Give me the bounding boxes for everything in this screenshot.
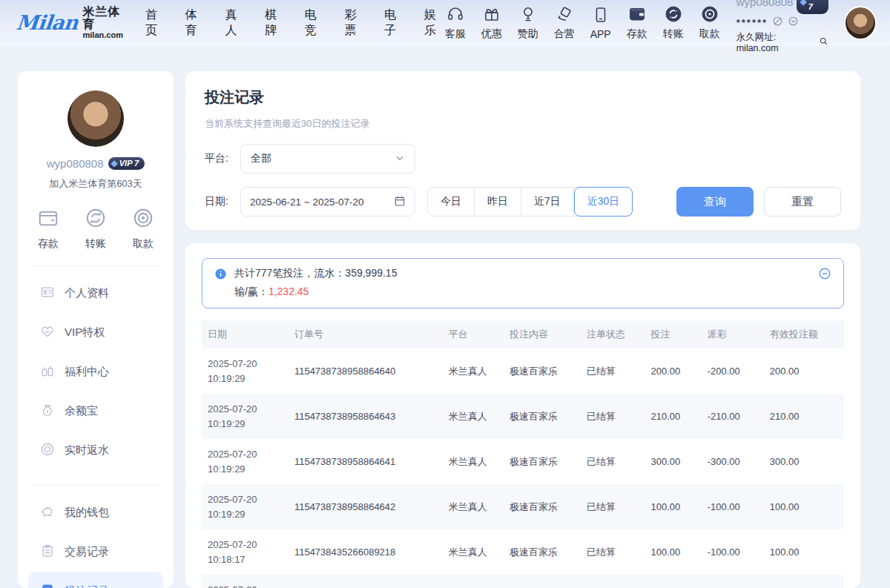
service-button[interactable]: 客服 <box>443 5 468 41</box>
filter-panel: 投注记录 当前系统支持查询最近30日的投注记录 平台: 全部 日期: 2025-… <box>185 71 860 230</box>
platform-value: 全部 <box>251 152 271 165</box>
transfer-button[interactable]: 转账 <box>661 5 686 41</box>
clipboard-icon <box>40 544 55 561</box>
col-platform: 平台 <box>443 320 504 348</box>
sidebar: wyp080808 ◆VIP 7 加入米兰体育第603天 存款 转账 取款 个人… <box>18 71 174 588</box>
table-row: 2025-07-2010:19:29 1154738738958864641米兰… <box>202 439 844 484</box>
results-panel: 共计777笔投注，流水：359,999.15 输/赢：1,232.45 日期 订… <box>185 243 860 588</box>
sidebar-item-rebate[interactable]: 实时返水 <box>28 431 163 470</box>
main-nav: 首页 体育 真人 棋牌 电竞 彩票 电子 娱乐 <box>145 7 443 39</box>
sidebar-vip-badge: ◆VIP 7 <box>108 157 145 170</box>
summary-winloss-label: 输/赢： <box>234 285 268 297</box>
money-bag-icon <box>40 403 55 420</box>
summary-banner: 共计777笔投注，流水：359,999.15 输/赢：1,232.45 <box>202 258 844 308</box>
sidebar-divider <box>31 265 160 266</box>
sponsor-button[interactable]: 赞助 <box>515 5 541 41</box>
nav-home[interactable]: 首页 <box>145 7 164 39</box>
summary-turnover-value: 359,999.15 <box>345 267 397 279</box>
wallet-outline-icon <box>37 207 59 231</box>
col-order: 订单号 <box>289 320 443 348</box>
preset-today[interactable]: 今日 <box>428 188 475 216</box>
transfer-outline-icon <box>85 207 107 231</box>
sidebar-item-welfare[interactable]: 福利中心 <box>28 352 163 392</box>
heart-gem-icon <box>40 324 55 341</box>
col-bet: 投注 <box>645 320 702 348</box>
date-label: 日期: <box>205 195 240 208</box>
chevron-circle-icon[interactable] <box>788 16 799 30</box>
partner-button[interactable]: 合营 <box>552 5 577 41</box>
sidebar-item-transactions[interactable]: 交易记录 <box>28 532 163 572</box>
platform-select[interactable]: 全部 <box>240 144 415 174</box>
page-subtitle: 当前系统支持查询最近30日的投注记录 <box>205 117 841 131</box>
col-content: 投注内容 <box>504 320 581 348</box>
sidebar-withdraw-action[interactable]: 取款 <box>132 207 154 251</box>
transfer-dark-icon <box>665 5 682 25</box>
query-button[interactable]: 查询 <box>676 187 754 217</box>
vip-gem-icon: ◆ <box>800 0 806 7</box>
bet-records-table: 日期 订单号 平台 投注内容 注单状态 投注 派彩 有效投注额 2025-07-… <box>202 320 844 588</box>
sidebar-username: wyp080808 <box>47 157 104 170</box>
summary-turnover-label: 共计777笔投注，流水： <box>234 267 345 279</box>
username-text: wyp080808 <box>736 0 794 10</box>
vip-gem-icon: ◆ <box>111 158 118 168</box>
preset-7days[interactable]: 近7日 <box>521 188 574 216</box>
withdraw-button[interactable]: 取款 <box>697 5 722 41</box>
sidebar-deposit-action[interactable]: 存款 <box>37 207 59 251</box>
search-icon[interactable] <box>819 36 828 50</box>
nav-slots[interactable]: 电子 <box>384 7 403 39</box>
preset-30days[interactable]: 近30日 <box>574 187 633 217</box>
nav-live[interactable]: 真人 <box>225 7 243 39</box>
col-status: 注单状态 <box>581 320 645 348</box>
col-payout: 派彩 <box>702 320 764 348</box>
welfare-icon <box>40 363 55 380</box>
masked-balance: ****** <box>736 17 768 29</box>
logo-script-text: Milan <box>15 11 79 34</box>
sidebar-item-yuebao[interactable]: 余额宝 <box>28 392 163 431</box>
chevron-down-icon <box>395 153 405 165</box>
vip-badge: ◆VIP 7 <box>797 0 828 14</box>
sidebar-item-profile[interactable]: 个人资料 <box>28 274 163 313</box>
phone-icon <box>592 6 610 26</box>
coin-dark-icon <box>701 5 719 25</box>
table-row: 2025-07-2010:19:29 1154738738958864643米兰… <box>202 394 844 439</box>
platform-label: 平台: <box>205 152 240 165</box>
nav-esports[interactable]: 电竞 <box>305 7 323 39</box>
gem-icon <box>556 5 573 25</box>
col-valid: 有效投注额 <box>764 320 844 348</box>
sidebar-transfer-action[interactable]: 转账 <box>85 207 107 251</box>
user-info: wyp080808 ◆VIP 7 ****** 永久网址: milan.com <box>736 0 829 55</box>
sidebar-item-bet-records[interactable]: 投注记录 <box>28 572 163 588</box>
headset-icon <box>446 5 464 25</box>
date-range-input[interactable]: 2025-06-21 ~ 2025-07-20 <box>240 187 415 217</box>
avatar[interactable] <box>844 6 877 40</box>
sidebar-item-vip[interactable]: VIP特权 <box>28 313 163 352</box>
promo-button[interactable]: 优惠 <box>479 5 504 41</box>
preset-yesterday[interactable]: 昨日 <box>475 188 521 216</box>
deposit-button[interactable]: 存款 <box>624 5 650 41</box>
table-row: 2025-07-2010:19:29 1154738738958864642米兰… <box>202 484 844 529</box>
join-days-text: 加入米兰体育第603天 <box>18 177 174 191</box>
piggy-bank-icon <box>40 504 55 521</box>
date-range-value: 2025-06-21 ~ 2025-07-20 <box>250 196 364 208</box>
collapse-icon[interactable] <box>818 267 831 283</box>
logo-domain-text: milan.com <box>83 31 123 40</box>
calendar-icon <box>394 195 406 209</box>
nav-lottery[interactable]: 彩票 <box>345 7 363 39</box>
nav-sports[interactable]: 体育 <box>185 7 204 39</box>
medal-icon <box>519 5 537 25</box>
table-row: 2025-07-2010:18:17 1154738435266089219米兰… <box>202 575 844 588</box>
brand-logo[interactable]: Milan 米兰体育 milan.com <box>16 6 123 39</box>
sidebar-item-wallet[interactable]: 我的钱包 <box>28 493 163 532</box>
rebate-icon <box>40 442 55 459</box>
col-date: 日期 <box>202 320 289 348</box>
logo-cn-text: 米兰体育 <box>83 6 123 31</box>
nav-cards[interactable]: 棋牌 <box>265 7 283 39</box>
nav-entertainment[interactable]: 娱乐 <box>424 7 443 39</box>
app-button[interactable]: APP <box>588 6 613 40</box>
wallet-dark-icon <box>628 5 646 25</box>
summary-winloss-value: 1,232.45 <box>268 285 309 297</box>
sidebar-avatar[interactable] <box>67 90 124 147</box>
info-icon <box>214 267 227 299</box>
reset-button[interactable]: 重置 <box>764 187 841 217</box>
eye-off-icon[interactable] <box>772 16 783 30</box>
